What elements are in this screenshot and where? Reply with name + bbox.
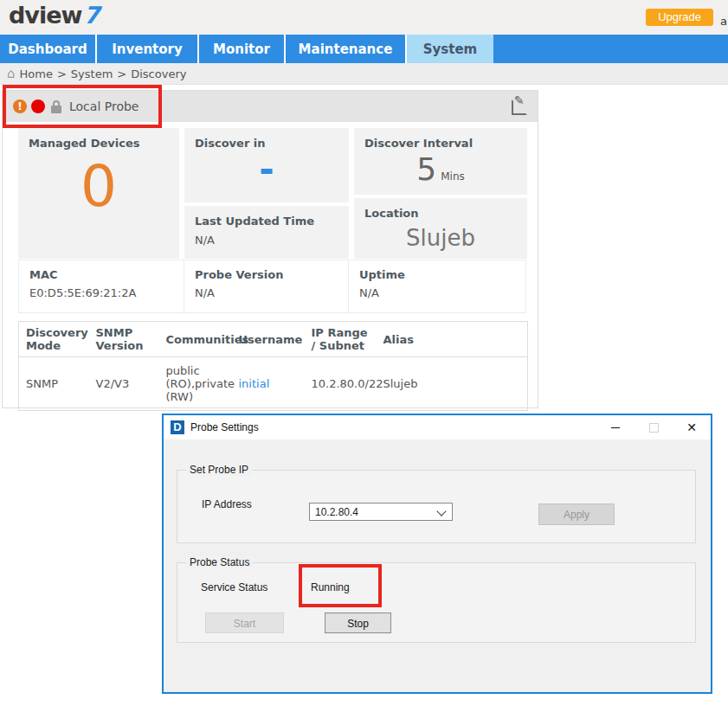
discover-interval-value: 5 Mins <box>354 151 527 187</box>
username-link[interactable]: initial <box>239 377 270 390</box>
close-icon: ✕ <box>686 421 697 433</box>
cell-communities: public (RO),private (RW) <box>159 357 232 411</box>
cell-label: Probe Version <box>184 260 348 281</box>
discover-in-value: - <box>184 151 349 188</box>
cell-mac: MAC E0:D5:5E:69:21:2A <box>18 260 184 313</box>
cell-uptime: Uptime N/A <box>348 260 526 313</box>
tab-dashboard[interactable]: Dashboard <box>0 35 97 63</box>
table-header-row: Discovery Mode SNMP Version Communities … <box>19 322 528 357</box>
mac-value: E0:D5:5E:69:21:2A <box>19 281 184 299</box>
annotation-box-local-probe <box>3 85 162 128</box>
ip-address-label: IP Address <box>202 498 252 510</box>
apply-button[interactable]: Apply <box>538 504 615 525</box>
minimize-icon <box>611 427 620 428</box>
ip-address-select[interactable]: 10.2.80.4 <box>309 503 453 521</box>
col-discovery-mode: Discovery Mode <box>19 322 89 357</box>
card-managed-devices: Managed Devices 0 <box>18 128 179 259</box>
col-alias: Alias <box>377 322 528 357</box>
card-location: Location Slujeb <box>354 198 527 259</box>
upgrade-button[interactable]: Upgrade <box>646 9 713 26</box>
table-row: SNMP V2/V3 public (RO),private (RW) init… <box>19 357 528 411</box>
discovery-table: Discovery Mode SNMP Version Communities … <box>18 321 528 411</box>
card-last-updated-time: Last Updated Time N/A <box>184 206 349 259</box>
card-label: Managed Devices <box>18 128 179 150</box>
cell-probe-version: Probe Version N/A <box>184 260 349 313</box>
managed-devices-value: 0 <box>18 158 179 215</box>
breadcrumb-separator: > <box>57 67 67 80</box>
breadcrumb-discovery[interactable]: Discovery <box>131 67 186 80</box>
probe-version-value: N/A <box>184 281 348 299</box>
col-ip-range: IP Range / Subnet <box>305 322 377 357</box>
cell-ip-range: 10.2.80.0/22 <box>305 357 377 411</box>
minimize-button[interactable] <box>596 415 635 439</box>
cell-label: MAC <box>19 260 184 281</box>
dialog-titlebar[interactable]: D Probe Settings ✕ <box>164 415 711 439</box>
cell-discovery-mode: SNMP <box>19 357 89 411</box>
interval-unit: Mins <box>441 170 465 183</box>
cell-label: Uptime <box>349 260 525 281</box>
card-discover-in: Discover in - <box>184 128 349 202</box>
tab-maintenance[interactable]: Maintenance <box>286 35 407 63</box>
breadcrumb-system[interactable]: System <box>71 67 113 80</box>
dialog-title: Probe Settings <box>190 421 259 433</box>
start-button[interactable]: Start <box>205 613 284 633</box>
group-legend: Set Probe IP <box>186 464 252 476</box>
breadcrumb: ⌂ Home > System > Discovery <box>0 63 728 85</box>
dview7-logo: dview7 <box>9 2 99 29</box>
col-snmp-version: SNMP Version <box>89 322 159 357</box>
tab-system[interactable]: System <box>407 35 493 63</box>
card-label: Last Updated Time <box>184 206 349 228</box>
local-probe-panel: ! Local Probe Managed Devices 0 Discover… <box>2 90 538 408</box>
tab-inventory[interactable]: Inventory <box>97 35 199 63</box>
edit-icon[interactable] <box>512 99 527 115</box>
dlink-app-icon: D <box>171 420 184 434</box>
cell-username: initial <box>232 357 305 411</box>
tab-monitor[interactable]: Monitor <box>199 35 286 63</box>
card-label: Location <box>354 198 527 220</box>
probe-info-row: MAC E0:D5:5E:69:21:2A Probe Version N/A … <box>18 260 527 313</box>
main-nav: Dashboard Inventory Monitor Maintenance … <box>0 35 728 63</box>
window-controls: ✕ <box>596 415 711 439</box>
close-button[interactable]: ✕ <box>673 415 711 439</box>
maximize-button[interactable] <box>635 415 673 439</box>
col-username: Username <box>232 322 305 357</box>
breadcrumb-separator: > <box>117 67 126 80</box>
maximize-icon <box>649 423 659 433</box>
cell-alias: Slujeb <box>377 357 528 411</box>
col-communities: Communities <box>159 322 232 357</box>
app-header: dview7 Upgrade a <box>0 0 728 35</box>
chevron-down-icon <box>436 506 446 516</box>
last-updated-value: N/A <box>184 228 349 247</box>
location-value: Slujeb <box>354 225 527 251</box>
card-label: Discover Interval <box>354 128 527 150</box>
breadcrumb-home[interactable]: Home <box>20 67 53 80</box>
ip-address-value: 10.2.80.4 <box>315 506 358 518</box>
group-legend: Probe Status <box>186 556 253 568</box>
cell-snmp-version: V2/V3 <box>89 357 159 411</box>
logo-seven: 7 <box>83 2 99 29</box>
card-label: Discover in <box>184 128 349 150</box>
card-discover-interval: Discover Interval 5 Mins <box>354 128 527 195</box>
logo-text: dview <box>9 2 81 29</box>
probe-settings-dialog: D Probe Settings ✕ Set Probe IP IP Addre… <box>162 414 712 694</box>
uptime-value: N/A <box>349 281 525 299</box>
annotation-box-running <box>299 564 382 607</box>
home-icon: ⌂ <box>7 66 16 81</box>
stop-button[interactable]: Stop <box>325 613 391 633</box>
interval-number: 5 <box>416 151 436 187</box>
service-status-label: Service Status <box>201 581 267 593</box>
account-text-partial[interactable]: a <box>720 15 727 28</box>
